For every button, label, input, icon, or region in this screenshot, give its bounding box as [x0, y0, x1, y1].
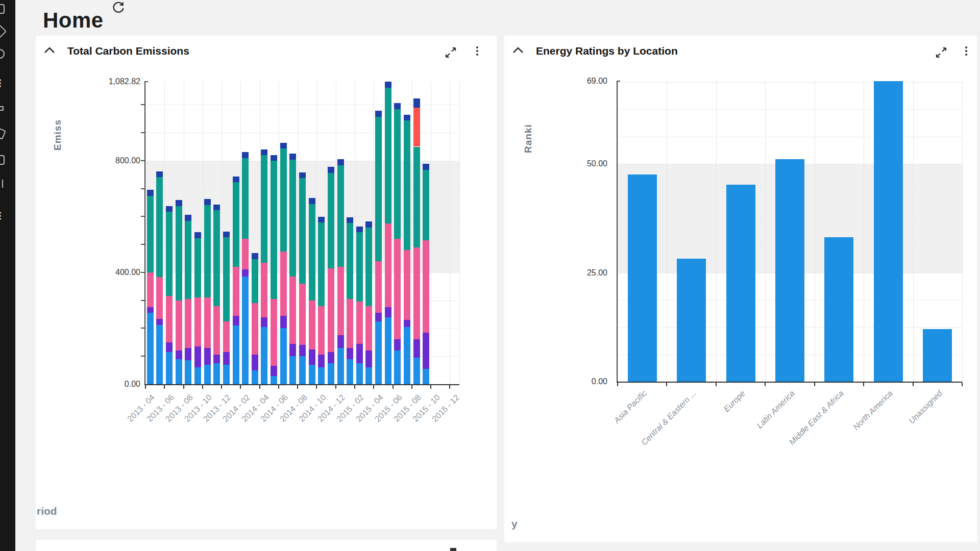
bar-2014-02-segment-purple[interactable]	[242, 269, 249, 277]
bar-2013-08-segment-teal[interactable]	[185, 221, 191, 299]
bar-2013-07-segment-blue[interactable]	[176, 359, 182, 384]
bar-2014-05-segment-teal[interactable]	[271, 161, 277, 299]
bar-2013-10-segment-navy[interactable]	[204, 199, 211, 205]
bar-2014-09-segment-pink[interactable]	[309, 300, 315, 349]
bar-2013-05-segment-purple[interactable]	[156, 319, 163, 325]
bar-2014-10-segment-blue[interactable]	[318, 367, 325, 384]
kebab-menu-icon[interactable]	[963, 45, 970, 59]
dots-icon[interactable]: ••••••	[0, 208, 5, 217]
layout-icon[interactable]	[0, 102, 5, 112]
bar-2013-10-segment-teal[interactable]	[204, 205, 211, 297]
bar-2014-01-segment-blue[interactable]	[233, 325, 239, 384]
bar-2015-08-segment-red[interactable]	[413, 108, 420, 147]
bar-2013-06-segment-purple[interactable]	[166, 342, 173, 352]
bar-2013-11-segment-navy[interactable]	[213, 205, 220, 211]
bar-2015-02-segment-blue[interactable]	[356, 363, 363, 384]
bar-2013-07-segment-pink[interactable]	[176, 300, 182, 351]
bar-2015-05-segment-pink[interactable]	[385, 223, 391, 307]
bar-2014-06-segment-navy[interactable]	[280, 143, 287, 149]
bar-2013-09-segment-navy[interactable]	[194, 232, 201, 238]
bar-2014-06-segment-teal[interactable]	[280, 148, 287, 252]
bar-2014-06-segment-purple[interactable]	[280, 316, 287, 329]
bar-2015-05-segment-purple[interactable]	[385, 307, 391, 317]
bar-2015-09-segment-teal[interactable]	[423, 170, 429, 240]
bar-2015-03-segment-pink[interactable]	[365, 306, 372, 351]
bar-2014-01-segment-navy[interactable]	[233, 177, 239, 183]
bar-2015-05-segment-navy[interactable]	[385, 82, 391, 88]
bar-2013-04-segment-navy[interactable]	[147, 190, 154, 196]
bar-2015-01-segment-pink[interactable]	[347, 299, 353, 348]
bar-2015-07-segment-navy[interactable]	[404, 115, 410, 121]
bar-2013-11-segment-teal[interactable]	[213, 210, 220, 306]
bar-2015-03-segment-teal[interactable]	[365, 228, 372, 306]
bar-2014-09-segment-blue[interactable]	[309, 365, 315, 384]
bar-North America[interactable]	[874, 81, 903, 382]
bar-2014-12-segment-teal[interactable]	[337, 165, 344, 267]
bar-2015-03-segment-navy[interactable]	[365, 221, 372, 228]
bar-2014-11-segment-pink[interactable]	[328, 268, 334, 352]
bar-2013-08-segment-navy[interactable]	[185, 215, 191, 221]
bar-2013-04-segment-blue[interactable]	[147, 313, 154, 384]
bar-2013-10-segment-pink[interactable]	[204, 297, 211, 348]
bar-2014-08-segment-teal[interactable]	[299, 178, 306, 283]
bar-2014-12-segment-purple[interactable]	[337, 335, 344, 348]
bar-Middle East & Africa[interactable]	[824, 237, 853, 382]
bar-2015-08-segment-purple[interactable]	[413, 339, 420, 358]
frame-icon[interactable]	[0, 155, 5, 165]
bar-2015-09-segment-navy[interactable]	[423, 164, 429, 170]
bar-2014-08-segment-purple[interactable]	[299, 345, 306, 356]
bar-2013-04-segment-pink[interactable]	[147, 272, 154, 307]
bar-2015-01-segment-teal[interactable]	[347, 223, 353, 299]
bar-2015-04-segment-purple[interactable]	[375, 313, 382, 321]
bar-2014-11-segment-navy[interactable]	[328, 167, 334, 173]
bar-2013-08-segment-blue[interactable]	[185, 360, 191, 384]
bar-2014-05-segment-purple[interactable]	[271, 366, 277, 375]
bar-2014-02-segment-blue[interactable]	[242, 277, 249, 384]
bar-2013-11-segment-blue[interactable]	[213, 363, 220, 384]
bar-2013-07-segment-teal[interactable]	[176, 206, 182, 300]
bar-2015-01-segment-blue[interactable]	[347, 359, 353, 384]
bar-2013-12-segment-navy[interactable]	[223, 232, 230, 238]
bar-2015-03-segment-blue[interactable]	[365, 367, 372, 384]
bar-2015-02-segment-navy[interactable]	[356, 227, 363, 233]
collapse-chevron-icon[interactable]	[44, 46, 55, 55]
bar-Unassigned[interactable]	[923, 329, 952, 382]
bar-Europe[interactable]	[726, 185, 755, 382]
refresh-icon[interactable]	[111, 1, 126, 15]
bar-2015-09-segment-purple[interactable]	[423, 333, 429, 369]
bar-2013-06-segment-blue[interactable]	[166, 352, 173, 384]
bar-2014-02-segment-teal[interactable]	[242, 158, 249, 239]
bar-Latin America[interactable]	[775, 159, 804, 382]
bar-2013-09-segment-pink[interactable]	[194, 297, 201, 346]
bar-2013-06-segment-pink[interactable]	[166, 296, 173, 342]
bar-2013-09-segment-teal[interactable]	[194, 238, 201, 298]
bar-2013-07-segment-purple[interactable]	[176, 350, 182, 359]
bar-2013-11-segment-purple[interactable]	[213, 355, 220, 363]
bar-2013-10-segment-blue[interactable]	[204, 365, 211, 384]
bar-2015-08-segment-navy[interactable]	[413, 98, 420, 108]
bar-2013-07-segment-navy[interactable]	[176, 200, 182, 206]
bar-2015-02-segment-pink[interactable]	[356, 302, 363, 343]
bar-2014-07-segment-navy[interactable]	[289, 154, 296, 160]
bar-2015-06-segment-navy[interactable]	[394, 103, 401, 109]
expand-icon-partial[interactable]	[450, 548, 456, 551]
bar-2014-09-segment-teal[interactable]	[309, 204, 315, 300]
bar-2015-06-segment-pink[interactable]	[394, 239, 401, 339]
bar-2014-12-segment-pink[interactable]	[337, 267, 344, 335]
bar-2013-05-segment-pink[interactable]	[156, 277, 163, 319]
bar-2013-08-segment-pink[interactable]	[185, 299, 191, 348]
bar-2014-03-segment-blue[interactable]	[252, 370, 258, 384]
collapse-chevron-icon[interactable]	[512, 46, 524, 55]
bar-2014-10-segment-navy[interactable]	[318, 217, 325, 223]
bar-2013-12-segment-teal[interactable]	[223, 237, 230, 321]
bar-2013-04-segment-teal[interactable]	[147, 196, 154, 272]
bar-2015-03-segment-purple[interactable]	[365, 350, 372, 367]
bar-2013-10-segment-purple[interactable]	[204, 348, 211, 365]
bar-2015-08-segment-teal[interactable]	[413, 147, 420, 247]
bar-2015-02-segment-purple[interactable]	[356, 344, 363, 363]
bar-2015-08-segment-pink[interactable]	[413, 247, 420, 340]
bar-2013-09-segment-purple[interactable]	[194, 346, 201, 367]
apps-grid-icon[interactable]: ••••••	[0, 76, 5, 85]
bar-2014-04-segment-blue[interactable]	[261, 327, 267, 384]
bar-2014-05-segment-blue[interactable]	[271, 376, 277, 384]
